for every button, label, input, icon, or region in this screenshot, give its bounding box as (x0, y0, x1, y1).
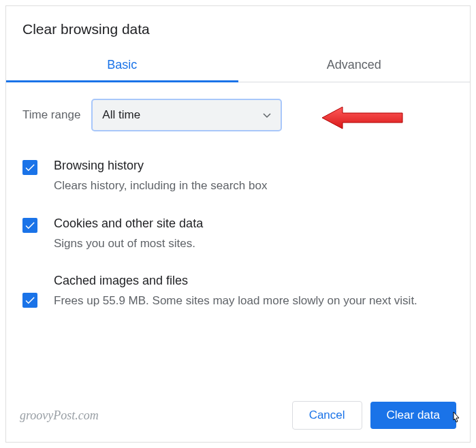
tabs-container: Basic Advanced (6, 48, 470, 82)
chevron-down-icon (263, 109, 271, 121)
option-title: Cookies and other site data (54, 217, 454, 231)
option-title: Browsing history (54, 159, 454, 173)
checkmark-icon (24, 219, 36, 231)
checkmark-icon (24, 294, 36, 306)
time-range-label: Time range (22, 108, 80, 122)
clear-browsing-data-dialog: Clear browsing data Basic Advanced Time … (5, 5, 471, 443)
button-row: Cancel Clear data (292, 401, 456, 430)
option-browsing-history: Browsing history Clears history, includi… (22, 159, 454, 195)
checkbox-cached[interactable] (22, 293, 37, 308)
dialog-content: Time range All time (6, 82, 470, 348)
checkmark-icon (24, 161, 36, 174)
clear-data-button[interactable]: Clear data (370, 402, 456, 429)
option-description: Clears history, including in the search … (54, 177, 454, 195)
option-text: Cookies and other site data Signs you ou… (54, 217, 454, 253)
dialog-title: Clear browsing data (6, 6, 470, 48)
option-text: Browsing history Clears history, includi… (54, 159, 454, 195)
checkbox-browsing-history[interactable] (22, 160, 37, 175)
option-text: Cached images and files Frees up 55.9 MB… (54, 274, 454, 310)
option-description: Frees up 55.9 MB. Some sites may load mo… (54, 292, 454, 310)
time-range-value: All time (102, 108, 140, 122)
cancel-button[interactable]: Cancel (292, 401, 362, 430)
option-cookies: Cookies and other site data Signs you ou… (22, 217, 454, 253)
tab-basic[interactable]: Basic (6, 48, 238, 82)
annotation-arrow-icon (322, 104, 404, 134)
dialog-footer: groovyPost.com Cancel Clear data (6, 389, 470, 442)
option-cached: Cached images and files Frees up 55.9 MB… (22, 274, 454, 310)
option-title: Cached images and files (54, 274, 454, 288)
tab-advanced[interactable]: Advanced (238, 48, 471, 82)
watermark: groovyPost.com (20, 409, 99, 423)
time-range-dropdown[interactable]: All time (91, 99, 282, 131)
checkbox-cookies[interactable] (22, 218, 37, 233)
option-description: Signs you out of most sites. (54, 235, 454, 253)
time-range-row: Time range All time (22, 99, 454, 131)
